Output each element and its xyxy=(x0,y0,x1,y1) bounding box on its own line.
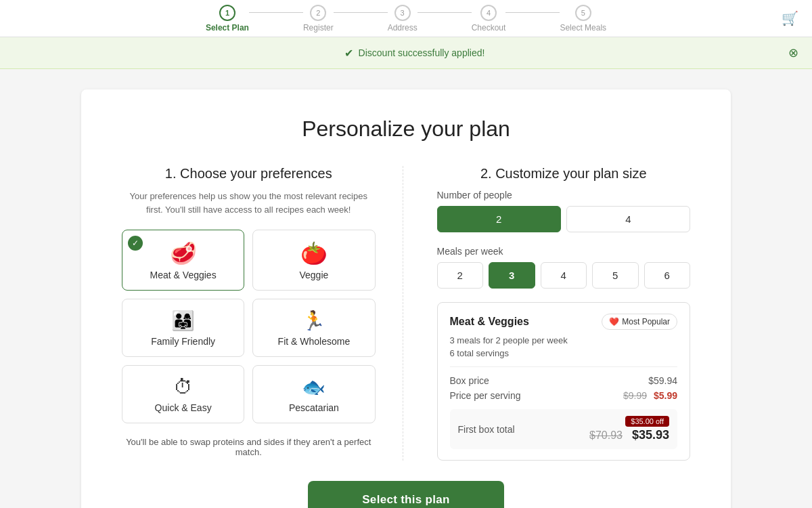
step-line-3-4 xyxy=(418,12,472,13)
quick-easy-icon: ⏱ xyxy=(174,378,193,397)
step-line-2-3 xyxy=(334,12,388,13)
step-5[interactable]: 5 Select Meals xyxy=(560,5,606,33)
veggie-icon: 🍅 xyxy=(300,242,328,264)
meals-option-4[interactable]: 4 xyxy=(541,262,587,289)
summary-box: Meat & Veggies ❤️ Most Popular 3 meals f… xyxy=(437,302,691,461)
step-4[interactable]: 4 Checkout xyxy=(472,5,506,33)
left-column: 1. Choose your preferences Your preferen… xyxy=(122,166,403,461)
most-popular-label: Most Popular xyxy=(622,317,670,326)
per-serving-original: $9.99 xyxy=(623,390,647,401)
stepper: 1 Select Plan 2 Register 3 Address 4 Che… xyxy=(54,5,758,33)
discount-amount-tag: $35.00 off xyxy=(625,416,669,427)
pref-card-quick-easy[interactable]: ⏱ Quick & Easy xyxy=(122,365,244,423)
people-label: Number of people xyxy=(437,190,691,200)
header: 1 Select Plan 2 Register 3 Address 4 Che… xyxy=(0,0,812,37)
box-price-label: Box price xyxy=(450,375,489,386)
pref-label-pescatarian: Pescatarian xyxy=(289,402,339,413)
summary-divider-1 xyxy=(450,366,678,367)
customize-title: 2. Customize your plan size xyxy=(437,166,691,182)
most-popular-badge: ❤️ Most Popular xyxy=(602,314,677,330)
step-3-label: Address xyxy=(388,23,418,33)
box-price-value: $59.94 xyxy=(648,375,677,386)
pref-label-meat-veggies: Meat & Veggies xyxy=(150,270,217,280)
meals-row: Meals per week 2 3 4 5 6 xyxy=(437,246,691,289)
discount-close-icon[interactable]: ⊗ xyxy=(788,45,798,60)
step-4-circle: 4 xyxy=(480,5,497,21)
step-1[interactable]: 1 Select Plan xyxy=(206,5,249,33)
pref-label-quick-easy: Quick & Easy xyxy=(155,402,212,413)
summary-desc-2: 6 total servings xyxy=(450,348,678,358)
swap-note: You'll be able to swap proteins and side… xyxy=(122,437,376,457)
meals-option-3[interactable]: 3 xyxy=(489,262,535,289)
meals-label: Meals per week xyxy=(437,246,691,257)
people-option-4[interactable]: 4 xyxy=(566,206,690,232)
first-box-row: First box total $35.00 off $70.93 $35.93 xyxy=(450,409,678,449)
people-option-2[interactable]: 2 xyxy=(437,206,561,232)
first-box-price-line: $70.93 $35.93 xyxy=(589,428,669,442)
first-box-final: $35.93 xyxy=(632,428,669,442)
step-1-label: Select Plan xyxy=(206,23,249,33)
meals-option-2[interactable]: 2 xyxy=(437,262,484,289)
step-5-label: Select Meals xyxy=(560,23,606,33)
preferences-grid: ✓ 🥩 Meat & Veggies 🍅 Veggie 👨‍👩‍👧 Family… xyxy=(122,230,376,423)
summary-header: Meat & Veggies ❤️ Most Popular xyxy=(450,314,678,330)
box-price-row: Box price $59.94 xyxy=(450,375,678,386)
page-title: Personalize your plan xyxy=(122,117,690,142)
first-box-original: $70.93 xyxy=(589,429,623,442)
preferences-subtitle: Your preferences help us show you the mo… xyxy=(122,190,376,216)
right-column: 2. Customize your plan size Number of pe… xyxy=(430,166,691,461)
pref-card-fit-wholesome[interactable]: 🏃 Fit & Wholesome xyxy=(252,299,375,357)
pref-card-pescatarian[interactable]: 🐟 Pescatarian xyxy=(252,365,375,423)
step-3[interactable]: 3 Address xyxy=(388,5,418,33)
pref-label-family-friendly: Family Friendly xyxy=(151,336,215,347)
step-line-1-2 xyxy=(249,12,303,13)
step-3-circle: 3 xyxy=(394,5,411,21)
columns: 1. Choose your preferences Your preferen… xyxy=(122,166,690,461)
main-content: Personalize your plan 1. Choose your pre… xyxy=(81,89,731,508)
family-friendly-icon: 👨‍👩‍👧 xyxy=(171,312,195,331)
heart-icon: ❤️ xyxy=(609,317,619,326)
discount-message: Discount successfully applied! xyxy=(359,47,485,58)
per-serving-row: Price per serving $9.99 $5.99 xyxy=(450,390,678,401)
meat-veggies-icon: 🥩 xyxy=(170,242,197,264)
cart-icon[interactable]: 🛒 xyxy=(782,10,798,26)
step-1-circle: 1 xyxy=(219,5,235,21)
per-serving-label: Price per serving xyxy=(450,390,521,401)
fit-wholesome-icon: 🏃 xyxy=(302,312,325,331)
discount-check-icon: ✔ xyxy=(344,47,353,60)
preferences-title: 1. Choose your preferences xyxy=(122,166,376,182)
pref-card-veggie[interactable]: 🍅 Veggie xyxy=(252,230,375,291)
discount-banner: ✔ Discount successfully applied! ⊗ xyxy=(0,37,812,69)
step-2-label: Register xyxy=(303,23,334,33)
meals-options: 2 3 4 5 6 xyxy=(437,262,691,289)
summary-plan-name: Meat & Veggies xyxy=(450,316,529,328)
pref-card-meat-veggies[interactable]: ✓ 🥩 Meat & Veggies xyxy=(122,230,244,291)
step-4-label: Checkout xyxy=(472,23,506,33)
summary-desc-1: 3 meals for 2 people per week xyxy=(450,335,678,345)
select-plan-button[interactable]: Select this plan xyxy=(308,481,504,508)
pref-card-family-friendly[interactable]: 👨‍👩‍👧 Family Friendly xyxy=(122,299,244,357)
meals-option-5[interactable]: 5 xyxy=(592,262,639,289)
first-box-label: First box total xyxy=(458,424,515,435)
pref-label-fit-wholesome: Fit & Wholesome xyxy=(278,336,351,347)
people-row: Number of people 2 4 xyxy=(437,190,691,232)
per-serving-prices: $9.99 $5.99 xyxy=(623,390,677,401)
meals-option-6[interactable]: 6 xyxy=(644,262,691,289)
cta-section: Select this plan xyxy=(122,481,690,508)
per-serving-discounted: $5.99 xyxy=(654,390,677,401)
pref-label-veggie: Veggie xyxy=(299,270,328,280)
pescatarian-icon: 🐟 xyxy=(302,378,325,397)
people-options: 2 4 xyxy=(437,206,691,232)
first-box-prices: $35.00 off $70.93 $35.93 xyxy=(589,416,669,442)
step-5-circle: 5 xyxy=(575,5,591,21)
check-badge-meat-veggies: ✓ xyxy=(128,236,143,251)
step-2[interactable]: 2 Register xyxy=(303,5,334,33)
step-2-circle: 2 xyxy=(310,5,326,21)
step-line-4-5 xyxy=(505,12,560,13)
discount-content: ✔ Discount successfully applied! xyxy=(41,47,788,60)
